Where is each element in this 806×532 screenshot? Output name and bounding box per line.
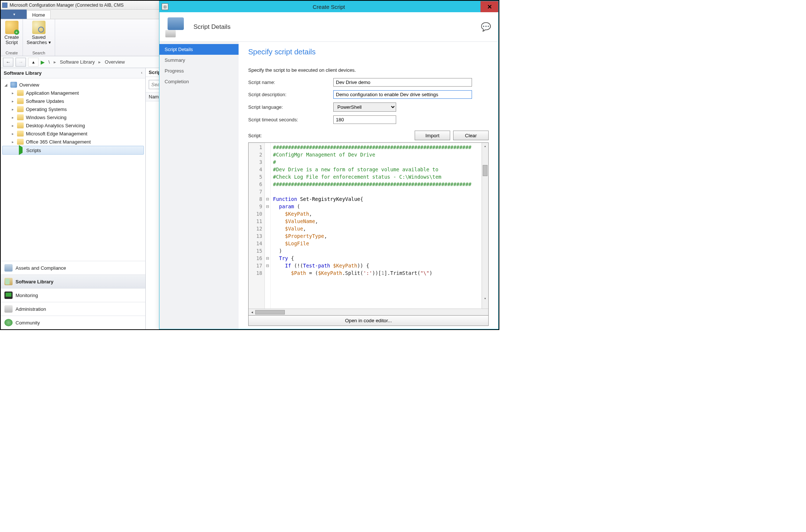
script-timeout-input[interactable]: [333, 115, 396, 124]
wizard-step-script-details[interactable]: Script Details: [159, 44, 239, 55]
saved-searches-icon: [32, 21, 45, 34]
page-title: Specify script details: [248, 48, 489, 56]
navstack-assets[interactable]: Assets and Compliance: [1, 261, 145, 275]
nav-up-button[interactable]: ▴: [28, 58, 38, 67]
tree-item-1[interactable]: ▸Software Updates: [2, 97, 144, 105]
label-script-name: Script name:: [248, 80, 333, 85]
tree-item-5[interactable]: ▸Microsoft Edge Management: [2, 129, 144, 138]
label-script: Script:: [248, 133, 262, 138]
folder-icon: [17, 106, 24, 112]
folder-icon: [17, 90, 24, 96]
system-menu-icon[interactable]: ⊟: [162, 3, 168, 10]
tree-item-4[interactable]: ▸Desktop Analytics Servicing: [2, 121, 144, 129]
script-name-input[interactable]: [333, 78, 472, 87]
instruction-text: Specify the script to be executed on cli…: [248, 67, 489, 73]
dialog-title: Create Script: [313, 4, 345, 10]
clear-button[interactable]: Clear: [453, 131, 489, 140]
window-title: Microsoft Configuration Manager (Connect…: [10, 3, 124, 8]
script-wizard-icon: [164, 16, 188, 38]
folder-icon: [17, 131, 24, 137]
assets-icon: [4, 264, 13, 272]
tab-home[interactable]: Home: [27, 10, 51, 19]
saved-searches-button[interactable]: Saved Searches ▾: [27, 21, 51, 45]
overview-icon: [10, 82, 17, 88]
tree-item-3[interactable]: ▸Windows Servicing: [2, 113, 144, 121]
community-icon: [4, 319, 13, 326]
ribbon-group-create-label: Create: [6, 51, 18, 55]
open-in-code-editor-button[interactable]: Open in code editor...: [248, 316, 489, 326]
dialog-header-title: Script Details: [193, 23, 230, 31]
create-script-icon: [5, 21, 18, 34]
dialog-titlebar[interactable]: ⊟ Create Script ✕: [159, 1, 498, 12]
app-icon: [2, 3, 7, 8]
script-description-input[interactable]: [333, 90, 472, 99]
create-script-dialog: ⊟ Create Script ✕ Script Details 💬 Scrip…: [159, 1, 499, 329]
label-script-description: Script description:: [248, 92, 333, 97]
code-gutter: 123456789101112131415161718: [249, 143, 265, 309]
tree-item-6[interactable]: ▸Office 365 Client Management: [2, 138, 144, 146]
chevron-right-icon: ▸: [54, 59, 56, 65]
close-button[interactable]: ✕: [480, 1, 498, 12]
feedback-icon[interactable]: 💬: [481, 22, 491, 32]
wizard-step-completion[interactable]: Completion: [159, 76, 239, 87]
folder-icon: [17, 98, 24, 104]
horizontal-scrollbar[interactable]: ◂: [249, 309, 488, 315]
breadcrumb-software-library[interactable]: Software Library: [58, 59, 97, 65]
nav-forward-button[interactable]: →: [16, 58, 26, 67]
folder-icon: [17, 139, 24, 145]
pane-header-software-library: Software Library ‹: [1, 68, 145, 78]
import-button[interactable]: Import: [415, 131, 450, 140]
tree-item-0[interactable]: ▸Application Management: [2, 89, 144, 97]
chevron-right-icon: ▸: [98, 59, 101, 65]
wizard-step-progress[interactable]: Progress: [159, 65, 239, 76]
tree-item-2[interactable]: ▸Operating Systems: [2, 105, 144, 113]
navstack-software-library[interactable]: Software Library: [1, 275, 145, 288]
label-script-timeout: Script timeout seconds:: [248, 117, 333, 122]
label-script-language: Script language:: [248, 104, 333, 110]
play-icon: ▶: [41, 59, 45, 65]
scripts-icon: [19, 145, 23, 155]
navstack-administration[interactable]: Administration: [1, 302, 145, 316]
folder-icon: [17, 114, 24, 120]
ribbon-group-search-label: Search: [32, 51, 45, 55]
script-language-select[interactable]: PowerShell: [333, 102, 396, 112]
navstack-monitoring[interactable]: Monitoring: [1, 288, 145, 302]
tree-overview[interactable]: ◢Overview: [2, 81, 144, 89]
vertical-scrollbar[interactable]: ▴▾: [482, 143, 488, 309]
create-script-button[interactable]: Create Script: [4, 21, 19, 45]
wizard-step-summary[interactable]: Summary: [159, 55, 239, 65]
code-fold-column[interactable]: ⊟⊟⊟⊟: [265, 143, 271, 309]
tree-scripts[interactable]: Scripts: [2, 146, 144, 155]
breadcrumb-root[interactable]: \: [47, 59, 51, 65]
administration-icon: [4, 305, 13, 313]
folder-icon: [17, 122, 24, 128]
software-library-icon: [4, 278, 13, 285]
script-editor[interactable]: ########################################…: [271, 143, 482, 309]
monitoring-icon: [4, 292, 13, 299]
breadcrumb-overview[interactable]: Overview: [103, 59, 126, 65]
backstage-button[interactable]: [1, 10, 27, 19]
navstack-community[interactable]: Community: [1, 316, 145, 329]
collapse-icon[interactable]: ‹: [141, 70, 142, 75]
nav-back-button[interactable]: ←: [3, 58, 13, 67]
